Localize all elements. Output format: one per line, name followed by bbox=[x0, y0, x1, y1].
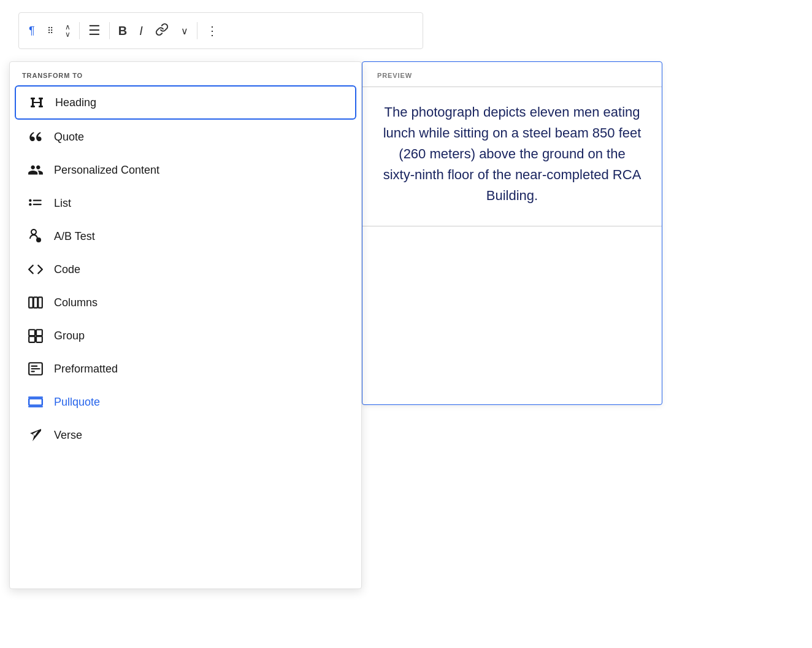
pullquote-icon bbox=[27, 393, 44, 411]
preview-top-divider bbox=[362, 87, 662, 87]
personalized-label: Personalized Content bbox=[54, 164, 159, 177]
svg-point-0 bbox=[29, 199, 31, 202]
move-icon: ∧ ∨ bbox=[65, 23, 71, 38]
verse-icon bbox=[27, 426, 44, 444]
align-icon: ☰ bbox=[88, 23, 101, 39]
transform-item-preformatted[interactable]: Preformatted bbox=[15, 353, 356, 385]
svg-rect-10 bbox=[29, 336, 35, 342]
transform-item-pullquote[interactable]: Pullquote bbox=[15, 386, 356, 418]
pullquote-label: Pullquote bbox=[54, 396, 100, 409]
paragraph-icon: ¶ bbox=[29, 25, 35, 37]
move-up-down-button[interactable]: ∧ ∨ bbox=[61, 21, 74, 40]
transform-item-code[interactable]: Code bbox=[15, 253, 356, 285]
transform-item-heading[interactable]: Heading bbox=[15, 85, 356, 120]
transform-item-personalized[interactable]: Personalized Content bbox=[15, 154, 356, 186]
abtest-icon bbox=[27, 228, 44, 245]
svg-point-4 bbox=[36, 237, 41, 242]
transform-item-abtest[interactable]: A/B Test bbox=[15, 220, 356, 252]
drag-handle-button[interactable]: ⠿ bbox=[44, 23, 56, 38]
svg-point-2 bbox=[29, 203, 31, 206]
svg-rect-7 bbox=[38, 297, 42, 307]
separator-1 bbox=[79, 22, 80, 39]
bold-icon: B bbox=[118, 24, 127, 38]
link-icon bbox=[155, 23, 169, 39]
columns-label: Columns bbox=[54, 296, 98, 309]
transform-item-verse[interactable]: Verse bbox=[15, 419, 356, 451]
editor-area: ¶ ⠿ ∧ ∨ ☰ B I bbox=[0, 0, 812, 648]
group-label: Group bbox=[54, 330, 85, 342]
italic-icon: I bbox=[139, 24, 143, 38]
code-icon bbox=[27, 261, 44, 278]
bold-button[interactable]: B bbox=[115, 21, 131, 40]
list-icon bbox=[27, 195, 44, 212]
chevron-down-icon: ∨ bbox=[181, 25, 188, 37]
transform-item-list[interactable]: List bbox=[15, 187, 356, 219]
preview-panel: PREVIEW The photograph depicts eleven me… bbox=[362, 61, 662, 405]
heading-icon bbox=[28, 94, 45, 111]
list-label: List bbox=[54, 197, 71, 210]
heading-label: Heading bbox=[55, 96, 96, 109]
separator-2 bbox=[109, 22, 110, 39]
preview-header: PREVIEW bbox=[362, 62, 662, 87]
preview-bottom-divider bbox=[362, 226, 662, 226]
transform-item-quote[interactable]: Quote bbox=[15, 121, 356, 153]
svg-rect-11 bbox=[36, 336, 42, 342]
more-options-chevron-button[interactable]: ∨ bbox=[177, 23, 192, 39]
quote-label: Quote bbox=[54, 131, 84, 144]
align-button[interactable]: ☰ bbox=[85, 20, 104, 41]
svg-rect-3 bbox=[33, 204, 42, 205]
separator-3 bbox=[197, 22, 197, 39]
preformatted-label: Preformatted bbox=[54, 363, 118, 376]
ellipsis-vertical-icon: ⋮ bbox=[206, 23, 219, 38]
quote-icon bbox=[27, 128, 44, 145]
link-button[interactable] bbox=[151, 20, 172, 42]
transform-item-columns[interactable]: Columns bbox=[15, 287, 356, 318]
italic-button[interactable]: I bbox=[136, 21, 147, 40]
transform-header: TRANSFORM TO bbox=[10, 62, 361, 84]
svg-rect-16 bbox=[29, 399, 42, 406]
columns-icon bbox=[27, 294, 44, 311]
transform-item-group[interactable]: Group bbox=[15, 320, 356, 352]
svg-rect-9 bbox=[36, 330, 42, 336]
abtest-label: A/B Test bbox=[54, 230, 95, 243]
block-toolbar: ¶ ⠿ ∧ ∨ ☰ B I bbox=[18, 12, 423, 49]
verse-label: Verse bbox=[54, 429, 82, 442]
code-label: Code bbox=[54, 263, 80, 276]
personalized-icon bbox=[27, 161, 44, 179]
transform-to-panel: TRANSFORM TO Heading Quote bbox=[9, 61, 362, 589]
svg-rect-5 bbox=[29, 297, 33, 307]
svg-rect-6 bbox=[34, 297, 38, 307]
svg-rect-1 bbox=[33, 200, 42, 201]
drag-icon: ⠿ bbox=[47, 26, 53, 36]
group-icon bbox=[27, 327, 44, 344]
paragraph-button[interactable]: ¶ bbox=[25, 22, 39, 40]
content-area: TRANSFORM TO Heading Quote bbox=[0, 61, 812, 648]
preview-content: The photograph depicts eleven men eating… bbox=[362, 102, 662, 206]
more-options-button[interactable]: ⋮ bbox=[202, 21, 223, 40]
preformatted-icon bbox=[27, 360, 44, 377]
svg-rect-8 bbox=[29, 330, 35, 336]
preview-text: The photograph depicts eleven men eating… bbox=[382, 102, 642, 206]
